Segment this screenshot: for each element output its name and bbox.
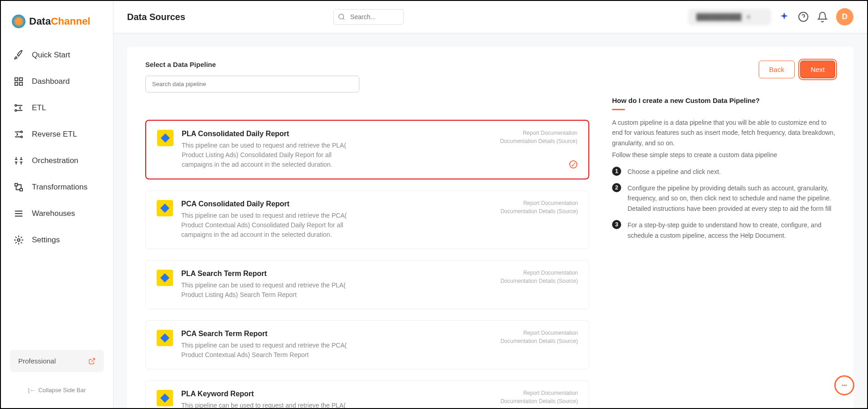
svg-rect-9 xyxy=(20,189,23,191)
bell-icon[interactable] xyxy=(817,11,828,22)
logo-icon xyxy=(12,15,26,28)
logo[interactable]: DataChannel xyxy=(1,10,113,42)
gear-icon xyxy=(14,235,24,245)
sidebar-item-settings[interactable]: Settings xyxy=(1,227,113,253)
sidebar-item-transformations[interactable]: Transformations xyxy=(1,174,113,200)
doc-link[interactable]: Documentation Details (Source) xyxy=(500,207,578,215)
collapse-sidebar-button[interactable]: |← Collapse Side Bar xyxy=(10,381,104,399)
external-link-icon xyxy=(88,358,96,365)
doc-link[interactable]: Report Documentation xyxy=(500,269,578,277)
sidebar-item-reverse-etl[interactable]: Reverse ETL xyxy=(1,121,113,148)
sidebar-item-dashboard[interactable]: Dashboard xyxy=(1,68,113,95)
sidebar: DataChannel Quick Start Dashboard ETL Re… xyxy=(1,1,113,408)
svg-rect-2 xyxy=(15,82,18,85)
chevron-down-icon: ▾ xyxy=(747,13,750,20)
page-title: Data Sources xyxy=(127,12,185,22)
pipeline-card[interactable]: PLA Search Term Report This pipeline can… xyxy=(145,260,589,309)
back-button[interactable]: Back xyxy=(759,61,795,78)
pipeline-search-input[interactable] xyxy=(145,76,359,92)
flipkart-icon xyxy=(157,270,173,286)
sidebar-item-orchestration[interactable]: Orchestration xyxy=(1,148,113,174)
tenant-selector[interactable]: ██████████ ▾ xyxy=(689,9,771,25)
orchestration-icon xyxy=(14,156,24,166)
doc-link[interactable]: Report Documentation xyxy=(500,329,578,337)
svg-rect-1 xyxy=(20,78,22,81)
svg-point-15 xyxy=(845,385,847,386)
svg-rect-0 xyxy=(15,78,18,81)
plan-badge[interactable]: Professional xyxy=(10,350,104,372)
transformations-icon xyxy=(14,182,24,192)
svg-point-13 xyxy=(842,385,843,386)
global-search xyxy=(333,9,404,25)
section-title: Select a Data Pipeline xyxy=(145,61,359,68)
svg-point-10 xyxy=(17,239,20,241)
chat-button[interactable] xyxy=(834,375,854,395)
flipkart-icon xyxy=(157,330,173,346)
help-icon[interactable] xyxy=(798,11,809,22)
info-step: 1 Choose a pipeline and click next. xyxy=(612,167,835,177)
info-step: 2 Configure the pipeline by providing de… xyxy=(612,183,835,214)
pipeline-card[interactable]: PCA Consolidated Daily Report This pipel… xyxy=(145,190,589,249)
sparkle-icon[interactable] xyxy=(779,11,790,22)
sidebar-item-warehouses[interactable]: Warehouses xyxy=(1,200,113,227)
svg-point-11 xyxy=(339,14,344,19)
flipkart-icon xyxy=(157,130,174,146)
pipeline-card[interactable]: PLA Keyword Report This pipeline can be … xyxy=(145,380,589,408)
doc-link[interactable]: Report Documentation xyxy=(500,199,578,207)
doc-link[interactable]: Report Documentation xyxy=(500,389,578,397)
nav: Quick Start Dashboard ETL Reverse ETL Or… xyxy=(1,42,113,350)
pipeline-card[interactable]: PCA Search Term Report This pipeline can… xyxy=(145,320,589,369)
info-title: How do I create a new Custom Data Pipeli… xyxy=(612,97,835,104)
sidebar-item-etl[interactable]: ETL xyxy=(1,95,113,121)
doc-link[interactable]: Documentation Details (Source) xyxy=(500,337,578,345)
topbar: Data Sources ██████████ ▾ D xyxy=(113,1,867,33)
rocket-icon xyxy=(14,50,24,60)
doc-link[interactable]: Report Documentation xyxy=(500,129,577,137)
doc-link[interactable]: Documentation Details (Source) xyxy=(500,397,578,405)
svg-rect-8 xyxy=(15,184,18,186)
grid-icon xyxy=(14,77,24,87)
sidebar-item-quickstart[interactable]: Quick Start xyxy=(1,42,113,68)
svg-rect-3 xyxy=(20,82,22,85)
etl-icon xyxy=(14,103,24,113)
flipkart-icon xyxy=(157,200,173,216)
info-step: 3 For a step-by-step guide to understand… xyxy=(612,220,835,240)
check-icon: ✓ xyxy=(569,160,577,169)
pipeline-card[interactable]: PLA Consolidated Daily Report This pipel… xyxy=(145,120,589,179)
svg-point-7 xyxy=(21,136,23,138)
svg-point-5 xyxy=(15,110,17,112)
reverse-etl-icon xyxy=(14,129,24,139)
svg-point-6 xyxy=(21,131,23,133)
avatar[interactable]: D xyxy=(836,8,853,26)
doc-link[interactable]: Documentation Details (Source) xyxy=(500,137,577,145)
next-button[interactable]: Next xyxy=(800,61,835,78)
svg-point-4 xyxy=(15,105,17,107)
flipkart-icon xyxy=(157,390,173,406)
main: Data Sources ██████████ ▾ D xyxy=(113,1,867,408)
search-icon xyxy=(338,13,345,20)
svg-point-14 xyxy=(844,385,845,386)
warehouses-icon xyxy=(14,209,24,219)
doc-link[interactable]: Documentation Details (Source) xyxy=(500,277,578,285)
